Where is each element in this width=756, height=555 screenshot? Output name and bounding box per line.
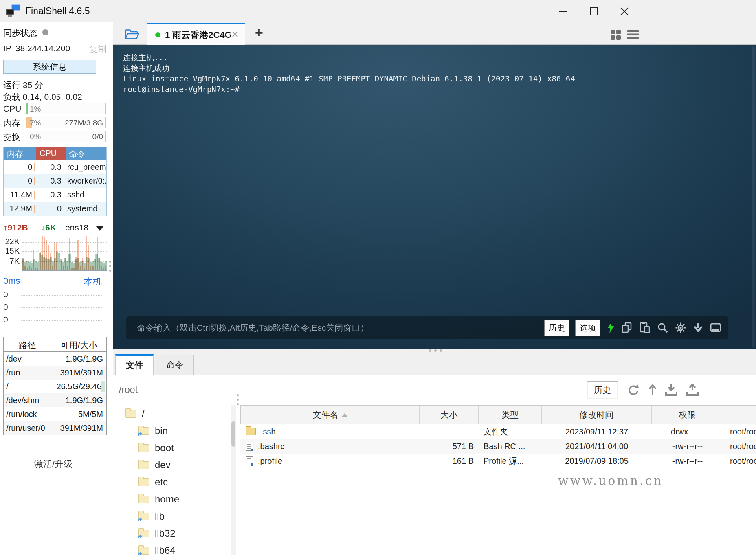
tree-item-lib32[interactable]: lib32 [113,525,231,542]
disk-path-cell: /dev/shm [4,393,51,407]
net-bar-upload [65,258,66,270]
disk-header-cell: 路径 [4,337,51,351]
session-tab[interactable]: 1 雨云香港2C4G [147,23,245,45]
layout-grid-button[interactable] [610,29,621,42]
interface-selector[interactable]: ens18 [65,223,88,233]
tree-scrollbar-thumb[interactable] [231,421,235,447]
tree-item-lib[interactable]: lib [113,508,231,525]
upload-rate: ↑912B [3,223,28,232]
tree-item-boot[interactable]: boot [113,439,231,456]
file-row[interactable]: .ssh文件夹2023/09/11 12:37drwx------root/ro… [240,424,756,439]
download-file-button[interactable] [664,383,679,397]
file-cell: Bash RC ... [479,439,542,454]
network-chart-plot [22,237,107,271]
load-text: 负载 0.14, 0.05, 0.02 [3,91,82,103]
file-row[interactable]: .bashrc571 BBash RC ...2021/04/11 04:00-… [240,439,756,454]
minimize-button[interactable] [554,2,573,21]
tree-item-etc[interactable]: etc [113,474,231,491]
refresh-button[interactable] [626,383,640,397]
terminal[interactable]: 连接主机...连接主机成功Linux instance-VgMrpN7x 6.1… [113,45,756,349]
sync-status-label: 同步状态 [3,27,37,39]
copy-button[interactable] [621,322,633,334]
net-bar-upload [33,250,34,270]
copy-ip-button[interactable]: 复制 [90,44,107,55]
menu-button[interactable] [627,30,639,41]
session-tab-bar: 1 雨云香港2C4G + [113,22,756,45]
file-cell: .bashrc [240,439,420,454]
terminal-line: 连接主机... [123,52,575,63]
title-bar: FinalShell 4.6.5 [0,0,756,22]
net-bar-upload [50,253,51,270]
net-bar-upload [86,236,87,270]
terminal-line: root@instance-VgMrpN7x:~# [123,84,575,94]
path-history-button[interactable]: 历史 [587,381,618,399]
file-header-0[interactable]: 文件名 [241,406,420,424]
file-header-2[interactable]: 类型 [479,406,542,424]
net-bar-upload [46,240,47,270]
download-button[interactable] [692,322,704,334]
proc-cell: 0 [36,202,66,216]
parent-directory-button[interactable] [645,383,660,397]
ping-target[interactable]: 本机 [84,276,102,288]
chevron-down-icon[interactable] [96,226,103,231]
tree-item-lib64[interactable]: lib64 [113,542,231,555]
file-cell [420,424,479,439]
proc-header-cell[interactable]: CPU [36,147,66,160]
net-bar-upload [29,266,30,270]
close-button[interactable] [615,2,634,21]
proc-header-cell[interactable]: 内存 [4,147,36,160]
file-header-4[interactable]: 权限 [652,406,723,424]
file-header-5[interactable]: 用户 [723,406,756,424]
net-gridline [22,242,107,243]
file-header-3[interactable]: 修改时间 [542,406,652,424]
gear-icon [675,322,687,334]
file-cell: -rw-r--r-- [652,439,723,454]
file-row[interactable]: .profile161 BProfile 源...2019/07/09 18:0… [240,454,756,468]
upload-file-button[interactable] [685,383,700,397]
disk-table: 路径可用/大小 /dev1.9G/1.9G/run391M/391M/26.5G… [3,337,107,435]
net-bar-upload [97,237,98,270]
fullscreen-button[interactable] [710,322,722,333]
connection-speed-button[interactable] [606,322,615,334]
command-input[interactable]: 命令输入（双击Ctrl切换,Alt历史,Tab路径/命令,Esc关闭窗口） [137,322,369,333]
process-row[interactable]: 12.9M0systemd [4,202,106,216]
net-ytick: 15K [5,246,20,256]
disk-path-cell: / [4,380,51,393]
proc-header-cell[interactable]: 命令 [66,147,106,160]
ping-history-value: 0 [3,290,20,299]
maximize-button[interactable] [585,2,603,21]
tree-splitter-handle[interactable] [237,394,239,405]
new-tab-button[interactable]: + [252,26,266,40]
file-cell: Profile 源... [479,454,542,468]
chart-drag-handle[interactable] [109,261,111,272]
tab-close-button[interactable] [231,30,240,39]
tree-scrollbar[interactable] [231,405,236,555]
activate-upgrade-link[interactable]: 激活/升级 [0,458,107,470]
search-button[interactable] [657,322,669,334]
process-row[interactable]: 00.3kworker/0:. [4,174,106,188]
tree-item-dev[interactable]: dev [113,456,231,474]
settings-button[interactable] [675,322,687,334]
history-button[interactable]: 历史 [544,320,569,336]
terminal-scrollbar[interactable] [752,46,755,348]
tree-item-home[interactable]: home [113,491,231,508]
path-input[interactable]: /root [119,384,138,395]
app-logo-icon [6,4,20,18]
tab-commands[interactable]: 命令 [156,355,194,375]
paste-button[interactable] [639,322,651,334]
system-info-button[interactable]: 系统信息 [3,60,96,74]
panel-splitter[interactable] [429,349,442,352]
tree-item-label: lib32 [155,528,176,539]
tab-files[interactable]: 文件 [115,354,154,375]
process-row[interactable]: 00.3rcu_preemp [4,160,106,174]
file-header-1[interactable]: 大小 [420,406,479,424]
open-connections-button[interactable] [120,26,144,43]
process-row[interactable]: 11.4M0.3sshd [4,188,106,202]
tree-item-root[interactable]: / [113,405,231,422]
main-area: 1 雨云香港2C4G + 连接主机...连接主机成功Linux instance… [113,22,756,555]
options-button[interactable]: 选项 [575,320,600,336]
download-rate: ↓6K [41,223,56,232]
tree-item-bin[interactable]: bin [113,422,231,439]
net-bar-upload [54,242,55,270]
ping-history-row: 0 [3,288,103,301]
